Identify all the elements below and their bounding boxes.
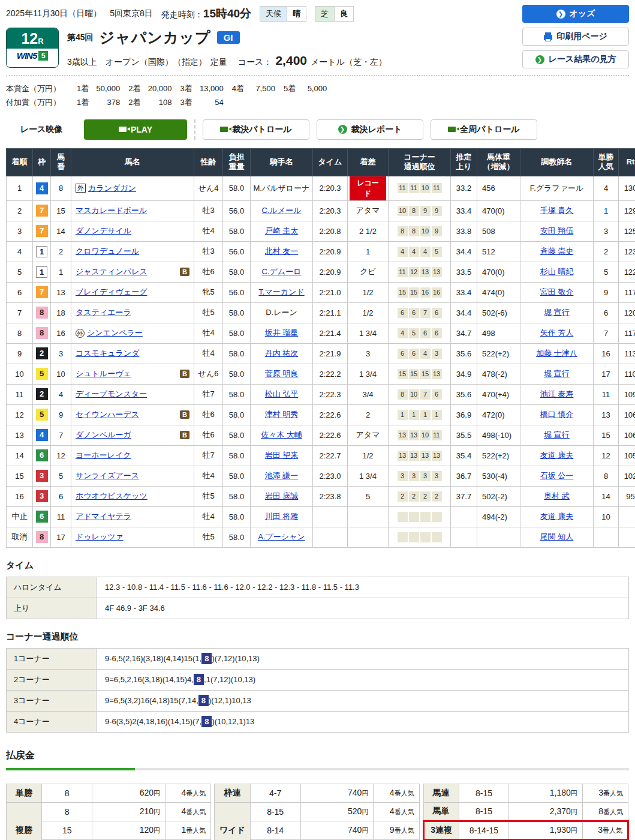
finish-time: 2:22.6 <box>313 425 348 445</box>
horse-name-link[interactable]: ジャスティンパレス <box>76 267 148 276</box>
carried-weight: 58.0 <box>223 527 251 547</box>
trainer-name-link[interactable]: 石坂 公一 <box>540 471 574 480</box>
yen-unit: 円 <box>154 808 160 815</box>
trainer-name-link[interactable]: 宮田 敬介 <box>540 287 574 296</box>
trainer-name-link[interactable]: 堀 宣行 <box>544 369 570 378</box>
horse-name-link[interactable]: ホウオウビスケッツ <box>76 491 148 500</box>
horse-name-link[interactable]: ヨーホーレイク <box>76 451 131 460</box>
rating: 117 <box>619 323 635 343</box>
record-badge: レコード <box>350 176 386 200</box>
bet-type-label: 馬単 <box>423 802 459 821</box>
jockey-name-link[interactable]: C.ルメール <box>262 206 302 215</box>
jockey-name-link[interactable]: T.マーカンド <box>258 287 304 296</box>
jockey-name-link[interactable]: 川田 将雅 <box>265 512 299 521</box>
odds-button[interactable]: ❯ オッズ <box>522 5 629 23</box>
results-table: 着順枠馬 番馬名性齢負担 重量騎手名タイム着差コーナー 通過順位推定 上り馬体重… <box>6 148 635 548</box>
jockey-name-link[interactable]: 丹内 祐次 <box>265 349 299 358</box>
finish-time <box>313 527 348 547</box>
corner-position-box: 10 <box>398 206 408 216</box>
corner-section-title: コーナー通過順位 <box>6 631 629 643</box>
jockey-name-link[interactable]: 岩田 望来 <box>265 451 299 460</box>
jockey-name-link[interactable]: 岩田 康誠 <box>265 491 299 500</box>
blinker-badge: B <box>180 268 189 276</box>
corner-positions-cell: 10899 <box>389 200 451 221</box>
table-row: 412クロワデュノール牡356.0北村 友一2:20.91444534.4512… <box>7 241 635 262</box>
trainer-name-link[interactable]: 友道 康夫 <box>540 512 574 521</box>
jockey-cell: C.デムーロ <box>251 262 313 282</box>
trainer-name-link[interactable]: 斉藤 崇史 <box>540 247 574 256</box>
jockey-name-link[interactable]: 津村 明秀 <box>265 410 299 419</box>
jockey-name-link[interactable]: 佐々木 大輔 <box>261 430 302 439</box>
jockey-name-link[interactable]: 坂井 瑠星 <box>265 328 299 337</box>
horse-name-link[interactable]: コスモキュランダ <box>76 349 139 358</box>
horse-name-link[interactable]: ドゥレッツァ <box>76 532 124 541</box>
corner-position-box: 10 <box>420 430 431 440</box>
divider <box>194 119 195 140</box>
prize-amount: 54 <box>192 96 224 110</box>
horse-name-link[interactable]: タスティエーラ <box>76 308 131 317</box>
payout-amount: 740円 <box>300 784 374 802</box>
time-row-label: ハロンタイム <box>7 577 97 598</box>
finish-position: 2 <box>7 200 33 221</box>
margin-cell: 2 <box>348 404 389 425</box>
trainer-name-link[interactable]: 矢作 芳人 <box>540 328 574 337</box>
result-guide-button[interactable]: ❯ レース結果の見方 <box>522 50 629 68</box>
print-page-button[interactable]: 印刷用ページ <box>522 28 629 46</box>
horse-name-link[interactable]: セイウンハーデス <box>76 410 139 419</box>
carried-weight: 58.0 <box>223 404 251 425</box>
trainer-name-link[interactable]: 尾関 知人 <box>540 532 574 541</box>
win5-logo: WIN5 5 <box>7 49 58 62</box>
results-column-header: 調教師名 <box>520 148 594 176</box>
stewards-patrol-button[interactable]: 裁決パトロール <box>203 119 309 140</box>
frame-number-badge: 3 <box>36 490 48 502</box>
trainer-name-link[interactable]: 池江 泰寿 <box>540 389 574 398</box>
horse-name-link[interactable]: シュトルーヴェ <box>76 369 131 378</box>
play-button[interactable]: PLAY <box>84 119 187 140</box>
jockey-name-link[interactable]: C.デムーロ <box>262 267 302 276</box>
horse-name-link[interactable]: マスカレードボール <box>76 206 147 215</box>
trainer-name-link[interactable]: 奥村 武 <box>544 491 570 500</box>
win-popularity: 5 <box>594 262 619 282</box>
trainer-name-link[interactable]: 堀 宣行 <box>544 308 570 317</box>
corner-position-box: 6 <box>409 349 419 359</box>
finish-position: 5 <box>7 262 33 282</box>
payout-combination: 8-15 <box>250 802 300 821</box>
rating <box>619 506 635 527</box>
frame-number-badge: 8 <box>36 531 48 543</box>
jockey-name-link[interactable]: 北村 友一 <box>265 247 299 256</box>
trainer-name-link[interactable]: 杉山 晴紀 <box>540 267 574 276</box>
jockey-name-link[interactable]: A.プーシャン <box>258 532 305 541</box>
trainer-name-link[interactable]: 加藤 士津八 <box>536 349 577 358</box>
trainer-name-link[interactable]: 橋口 慎介 <box>540 410 574 419</box>
horse-name-link[interactable]: ダノンデサイル <box>76 226 131 235</box>
horse-name-link[interactable]: シンエンペラー <box>87 328 143 337</box>
frame-number-badge: 8 <box>36 307 48 319</box>
horse-number: 18 <box>51 302 71 323</box>
horse-name-link[interactable]: ブレイディヴェーグ <box>76 287 147 296</box>
finish-position: 10 <box>7 364 33 384</box>
horse-name-link[interactable]: ディープモンスター <box>76 389 147 398</box>
trainer-name-link[interactable]: 友道 康夫 <box>540 451 574 460</box>
prize-pair: 5着5,000 <box>275 82 327 96</box>
payout-popularity: 4番人気 <box>374 784 419 802</box>
trainer-name-link[interactable]: 堀 宣行 <box>544 430 570 439</box>
horse-name-link[interactable]: クロワデュノール <box>76 247 139 256</box>
jockey-name-link[interactable]: 戸崎 圭太 <box>265 226 299 235</box>
trainer-cell: 杉山 晴紀 <box>520 262 594 282</box>
prize-pair: 3着54 <box>171 96 223 110</box>
all-round-patrol-button[interactable]: 全周パトロール <box>431 119 537 140</box>
carried-weight: 58.0 <box>223 262 251 282</box>
corner-row-label: 4コーナー <box>7 711 97 732</box>
horse-name-link[interactable]: カランダガン <box>88 184 136 193</box>
carried-weight: 58.0 <box>223 425 251 445</box>
jockey-name-link[interactable]: 菅原 明良 <box>265 369 299 378</box>
stewards-report-button[interactable]: ❯ 裁決レポート <box>317 119 423 140</box>
horse-name-link[interactable]: サンライズアース <box>76 471 139 480</box>
estimated-last3f: 34.7 <box>451 323 477 343</box>
jockey-name-link[interactable]: 松山 弘平 <box>265 389 299 398</box>
horse-name-link[interactable]: ダノンベルーガ <box>76 430 131 439</box>
trainer-name-link[interactable]: 手塚 貴久 <box>540 206 574 215</box>
jockey-name-link[interactable]: 池添 謙一 <box>265 471 299 480</box>
horse-name-link[interactable]: アドマイヤテラ <box>76 512 131 521</box>
trainer-name-link[interactable]: 安田 翔伍 <box>540 226 574 235</box>
